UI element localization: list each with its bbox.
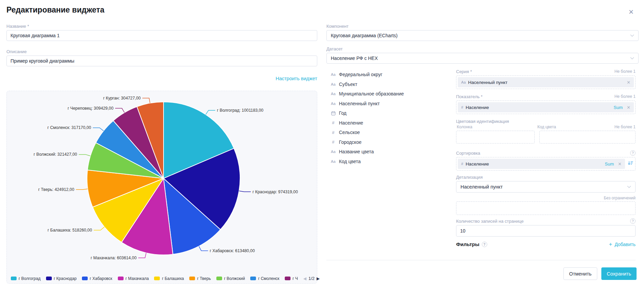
field-item-label: Муниципальное образование [339,91,404,96]
color-column-label: Колонка [456,125,537,129]
field-item[interactable]: #Население [330,118,452,128]
text-type-icon: Аа [330,159,337,163]
pie-label: г Волжский: 321427,00 [34,152,77,157]
legend-swatch [216,277,222,280]
dataset-select[interactable]: Население РФ с HEX [326,53,639,64]
remove-icon[interactable]: ✕ [627,80,630,85]
help-icon[interactable]: ? [630,150,636,156]
no-limit-hint: Без ограничений [604,196,636,200]
legend-prev-icon[interactable]: ◀ [303,276,306,281]
cancel-button[interactable]: Отменить [563,267,597,280]
legend-item[interactable]: г Махачкала [118,276,149,281]
field-item[interactable]: #Городское [330,137,452,147]
legend-item[interactable]: г Смоленск [250,276,279,281]
text-type-icon: Аа [330,82,337,86]
pie-label: г Краснодар: 974319,00 [253,190,298,194]
pie-label-leader [76,189,88,190]
series-limit-hint: Не более 1 [615,69,636,74]
measure-dropzone[interactable]: # Население Sum ✕ [456,101,636,114]
component-value: Круговая диаграмма (ECharts) [331,33,398,38]
chart-panel: г Волгоград: 1001183,00г Краснодар: 9743… [6,91,317,284]
dataset-label: Датасет [326,46,639,51]
field-item-label: Год [339,110,346,116]
field-item[interactable]: АаНазвание цвета [330,147,452,157]
field-item-label: Код цвета [339,159,361,164]
field-item[interactable]: Год [330,108,452,118]
legend-item[interactable]: г Тверь [189,276,211,281]
legend-label: г Хабаровск [90,276,112,281]
legend-item[interactable]: г Краснодар [46,276,77,281]
sorting-chip[interactable]: # Население Sum ✕ [458,159,625,169]
pie-label: г Смоленск: 317170,00 [47,125,91,130]
aggregation-badge[interactable]: Sum [605,161,614,167]
measure-chip[interactable]: # Население Sum ✕ [458,102,634,112]
legend-swatch [118,277,124,280]
plus-icon: + [609,241,612,247]
number-type-icon: # [461,105,463,109]
help-icon[interactable]: ? [482,242,487,247]
color-code-dropzone[interactable] [539,131,636,144]
chevron-down-icon [630,57,634,60]
help-icon[interactable]: ? [630,218,636,224]
save-button[interactable]: Сохранить [601,267,637,280]
legend-item[interactable]: г Балашиха [154,276,184,281]
configure-widget-link[interactable]: Настроить виджет [276,76,317,81]
remove-icon[interactable]: ✕ [618,161,622,167]
field-item[interactable]: #Сельское [330,128,452,137]
field-item[interactable]: АаМуниципальное образование [330,89,452,99]
component-select[interactable]: Круговая диаграмма (ECharts) [326,30,639,41]
legend-label: г Волгоград [19,276,41,281]
pie-label: г Балашиха: 518260,00 [47,228,92,233]
chart-legend: г Волгоградг Краснодарг Хабаровскг Махач… [11,276,314,281]
dataset-value: Население РФ с HEX [331,56,378,61]
sorting-chip-label: Население [466,161,489,167]
description-input[interactable] [6,56,317,66]
legend-label: г Краснодар [54,276,77,281]
page-size-input[interactable] [456,225,636,237]
pie-label-leader [93,128,104,131]
legend-item[interactable]: г Волгоград [11,276,41,281]
field-item[interactable]: АаФедеральный округ [330,70,452,80]
pie-label-leader [94,227,105,230]
series-dropzone[interactable]: Аа Населенный пункт ✕ [456,75,636,89]
text-type-icon: Аа [330,72,337,76]
legend-next-icon[interactable]: ▶ [317,276,320,281]
pie-label: г Череповец: 309429,00 [68,106,114,111]
pie-label: г Курган: 304727,00 [103,96,141,101]
remove-icon[interactable]: ✕ [627,105,630,110]
detail-value: Населенный пункт [460,184,503,190]
text-type-icon: Аа [330,102,337,106]
field-item-label: Населенный пункт [339,101,380,106]
pie-chart[interactable]: г Волгоград: 1001183,00г Краснодар: 9743… [7,91,317,271]
legend-item[interactable]: г Хабаровск [82,276,112,281]
text-type-icon: Аа [461,80,466,84]
number-type-icon: # [461,162,463,166]
add-filter-button[interactable]: + Добавить [609,241,636,247]
legend-item[interactable]: г Ч [285,276,298,281]
field-item[interactable]: АаНаселенный пункт [330,99,452,109]
name-label: Название * [6,24,317,29]
sort-direction-icon[interactable] [627,161,634,167]
chevron-down-icon [627,185,631,188]
legend-swatch [154,277,160,280]
field-item-label: Сельское [339,130,360,135]
number-type-icon: # [330,130,337,135]
sorting-label: Сортировка [456,151,480,156]
pie-label: г Хабаровск: 613480,00 [210,248,255,253]
field-item-label: Название цвета [339,149,374,154]
sorting-dropzone[interactable]: # Население Sum ✕ [456,157,636,171]
series-chip[interactable]: Аа Населенный пункт ✕ [458,77,634,87]
detail-select[interactable]: Населенный пункт [456,181,636,193]
legend-item[interactable]: г Волжский [216,276,245,281]
field-item[interactable]: АаКод цвета [330,157,452,167]
pie-label-leader [142,98,150,103]
legend-page-indicator: 1/2 [308,276,315,281]
legend-pager: ◀ 1/2 ▶ [303,276,320,281]
field-item[interactable]: АаСубъект [330,80,452,89]
page-size-label: Количество записей на странице [456,219,523,224]
aggregation-badge[interactable]: Sum [614,105,623,110]
field-item-label: Население [339,120,363,126]
color-column-dropzone[interactable] [456,131,535,144]
extra-dropzone[interactable] [456,201,636,215]
name-input[interactable] [6,30,317,41]
